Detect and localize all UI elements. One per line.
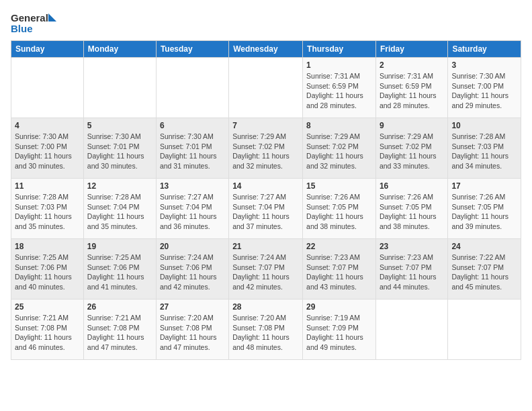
day-number: 13 [160, 181, 225, 191]
day-info: Sunrise: 7:23 AMSunset: 7:07 PMDaylight:… [380, 253, 444, 292]
header-tuesday: Tuesday [156, 41, 228, 58]
day-info: Sunrise: 7:22 AMSunset: 7:07 PMDaylight:… [451, 253, 517, 292]
day-number: 3 [451, 60, 517, 70]
day-info: Sunrise: 7:30 AMSunset: 7:00 PMDaylight:… [15, 132, 80, 171]
day-number: 17 [451, 181, 517, 191]
day-info: Sunrise: 7:29 AMSunset: 7:02 PMDaylight:… [232, 132, 299, 171]
calendar-cell: 10Sunrise: 7:28 AMSunset: 7:03 PMDayligh… [448, 118, 521, 179]
day-number: 23 [380, 242, 444, 251]
day-info: Sunrise: 7:26 AMSunset: 7:05 PMDaylight:… [451, 192, 517, 232]
day-info: Sunrise: 7:24 AMSunset: 7:06 PMDaylight:… [160, 253, 225, 292]
header-saturday: Saturday [448, 41, 521, 58]
calendar-cell: 18Sunrise: 7:25 AMSunset: 7:06 PMDayligh… [11, 239, 84, 300]
calendar-cell: 17Sunrise: 7:26 AMSunset: 7:05 PMDayligh… [448, 179, 521, 239]
calendar-cell [156, 58, 228, 118]
day-number: 2 [380, 60, 444, 70]
calendar-cell [11, 58, 84, 118]
calendar-cell [448, 300, 521, 360]
day-number: 15 [306, 181, 372, 191]
day-info: Sunrise: 7:20 AMSunset: 7:08 PMDaylight:… [232, 313, 299, 353]
calendar-cell [83, 58, 156, 118]
day-info: Sunrise: 7:24 AMSunset: 7:07 PMDaylight:… [232, 253, 299, 292]
day-number: 25 [15, 302, 80, 312]
calendar-cell: 9Sunrise: 7:29 AMSunset: 7:02 PMDaylight… [375, 118, 447, 179]
logo: GeneralBlue [11, 11, 58, 35]
calendar-cell: 13Sunrise: 7:27 AMSunset: 7:04 PMDayligh… [156, 179, 228, 239]
calendar-table: SundayMondayTuesdayWednesdayThursdayFrid… [11, 40, 521, 360]
calendar-cell: 3Sunrise: 7:30 AMSunset: 7:00 PMDaylight… [448, 58, 521, 118]
svg-text:Blue: Blue [11, 23, 33, 34]
day-info: Sunrise: 7:26 AMSunset: 7:05 PMDaylight:… [306, 192, 372, 232]
calendar-cell: 1Sunrise: 7:31 AMSunset: 6:59 PMDaylight… [303, 58, 376, 118]
day-number: 16 [380, 181, 444, 191]
calendar-cell: 5Sunrise: 7:30 AMSunset: 7:01 PMDaylight… [83, 118, 156, 179]
calendar-cell: 15Sunrise: 7:26 AMSunset: 7:05 PMDayligh… [303, 179, 376, 239]
day-number: 1 [306, 60, 372, 70]
day-number: 14 [232, 181, 299, 191]
day-info: Sunrise: 7:31 AMSunset: 6:59 PMDaylight:… [380, 71, 444, 111]
day-number: 6 [160, 121, 225, 130]
day-info: Sunrise: 7:25 AMSunset: 7:06 PMDaylight:… [15, 253, 80, 292]
day-info: Sunrise: 7:28 AMSunset: 7:04 PMDaylight:… [87, 192, 152, 232]
calendar-cell: 27Sunrise: 7:20 AMSunset: 7:08 PMDayligh… [156, 300, 228, 360]
day-number: 28 [232, 302, 299, 312]
day-info: Sunrise: 7:23 AMSunset: 7:07 PMDaylight:… [306, 253, 372, 292]
day-number: 19 [87, 242, 152, 251]
calendar-cell: 19Sunrise: 7:25 AMSunset: 7:06 PMDayligh… [83, 239, 156, 300]
svg-text:General: General [11, 12, 48, 24]
calendar-cell: 8Sunrise: 7:29 AMSunset: 7:02 PMDaylight… [303, 118, 376, 179]
day-info: Sunrise: 7:25 AMSunset: 7:06 PMDaylight:… [87, 253, 152, 292]
day-info: Sunrise: 7:31 AMSunset: 6:59 PMDaylight:… [306, 71, 372, 111]
day-info: Sunrise: 7:27 AMSunset: 7:04 PMDaylight:… [232, 192, 299, 232]
day-info: Sunrise: 7:20 AMSunset: 7:08 PMDaylight:… [160, 313, 225, 353]
calendar-cell [229, 58, 303, 118]
calendar-cell: 21Sunrise: 7:24 AMSunset: 7:07 PMDayligh… [229, 239, 303, 300]
day-number: 10 [451, 121, 517, 130]
day-info: Sunrise: 7:26 AMSunset: 7:05 PMDaylight:… [380, 192, 444, 232]
page-header: GeneralBlue [11, 11, 521, 35]
calendar-cell: 22Sunrise: 7:23 AMSunset: 7:07 PMDayligh… [303, 239, 376, 300]
calendar-cell: 4Sunrise: 7:30 AMSunset: 7:00 PMDaylight… [11, 118, 84, 179]
day-info: Sunrise: 7:28 AMSunset: 7:03 PMDaylight:… [15, 192, 80, 232]
day-number: 9 [380, 121, 444, 130]
header-monday: Monday [83, 41, 156, 58]
calendar-cell [375, 300, 447, 360]
calendar-cell: 23Sunrise: 7:23 AMSunset: 7:07 PMDayligh… [375, 239, 447, 300]
day-info: Sunrise: 7:30 AMSunset: 7:00 PMDaylight:… [451, 71, 517, 111]
day-number: 27 [160, 302, 225, 312]
day-info: Sunrise: 7:28 AMSunset: 7:03 PMDaylight:… [451, 132, 517, 171]
calendar-cell: 28Sunrise: 7:20 AMSunset: 7:08 PMDayligh… [229, 300, 303, 360]
calendar-cell: 25Sunrise: 7:21 AMSunset: 7:08 PMDayligh… [11, 300, 84, 360]
week-row-4: 25Sunrise: 7:21 AMSunset: 7:08 PMDayligh… [11, 300, 521, 360]
day-number: 4 [15, 121, 80, 130]
day-number: 22 [306, 242, 372, 251]
day-info: Sunrise: 7:29 AMSunset: 7:02 PMDaylight:… [306, 132, 372, 171]
svg-marker-2 [48, 13, 56, 21]
day-info: Sunrise: 7:21 AMSunset: 7:08 PMDaylight:… [87, 313, 152, 353]
week-row-1: 4Sunrise: 7:30 AMSunset: 7:00 PMDaylight… [11, 118, 521, 179]
week-row-3: 18Sunrise: 7:25 AMSunset: 7:06 PMDayligh… [11, 239, 521, 300]
day-info: Sunrise: 7:27 AMSunset: 7:04 PMDaylight:… [160, 192, 225, 232]
day-number: 29 [306, 302, 372, 312]
day-number: 12 [87, 181, 152, 191]
day-info: Sunrise: 7:19 AMSunset: 7:09 PMDaylight:… [306, 313, 372, 353]
logo-svg: GeneralBlue [11, 11, 58, 35]
day-info: Sunrise: 7:29 AMSunset: 7:02 PMDaylight:… [380, 132, 444, 171]
day-number: 21 [232, 242, 299, 251]
calendar-cell: 16Sunrise: 7:26 AMSunset: 7:05 PMDayligh… [375, 179, 447, 239]
header-wednesday: Wednesday [229, 41, 303, 58]
day-number: 7 [232, 121, 299, 130]
header-sunday: Sunday [11, 41, 84, 58]
day-number: 11 [15, 181, 80, 191]
calendar-cell: 7Sunrise: 7:29 AMSunset: 7:02 PMDaylight… [229, 118, 303, 179]
calendar-cell: 24Sunrise: 7:22 AMSunset: 7:07 PMDayligh… [448, 239, 521, 300]
day-info: Sunrise: 7:21 AMSunset: 7:08 PMDaylight:… [15, 313, 80, 353]
day-info: Sunrise: 7:30 AMSunset: 7:01 PMDaylight:… [160, 132, 225, 171]
calendar-cell: 29Sunrise: 7:19 AMSunset: 7:09 PMDayligh… [303, 300, 376, 360]
day-number: 24 [451, 242, 517, 251]
header-friday: Friday [375, 41, 447, 58]
calendar-header-row: SundayMondayTuesdayWednesdayThursdayFrid… [11, 41, 521, 58]
day-number: 20 [160, 242, 225, 251]
header-thursday: Thursday [303, 41, 376, 58]
calendar-cell: 20Sunrise: 7:24 AMSunset: 7:06 PMDayligh… [156, 239, 228, 300]
